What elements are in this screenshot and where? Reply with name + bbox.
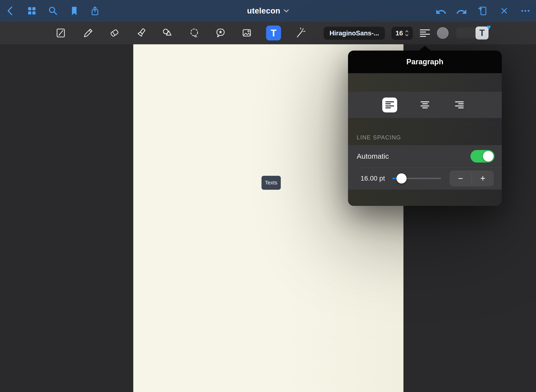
share-icon [89,5,101,17]
popover-bottom-strip [348,189,502,206]
chevron-left-icon [4,5,16,17]
align-left-option-selected[interactable] [382,92,397,118]
document-title: utelecon [247,6,280,15]
line-spacing-section-header: LINE SPACING [348,118,502,145]
undo-button[interactable] [434,4,448,18]
paragraph-format-button[interactable] [417,25,433,41]
ellipsis-icon [520,5,531,17]
align-left-icon [385,101,394,109]
search-button[interactable] [46,4,60,18]
heart-icon: ♥ [487,24,491,31]
more-button[interactable] [519,4,532,18]
line-spacing-label: LINE SPACING [357,134,401,141]
slider-knob[interactable] [396,173,407,183]
laser-pointer-button[interactable] [292,25,308,41]
automatic-toggle[interactable] [470,150,495,163]
font-size-value: 16 [395,29,403,37]
search-icon [47,5,59,17]
tools-toolbar: T HiraginoSans-... 16 [0,22,536,44]
back-button[interactable] [4,4,17,18]
alignment-row [348,92,502,118]
share-button[interactable] [88,4,102,18]
shapes-tool-button[interactable] [160,25,175,41]
popover-upper-strip [348,73,502,92]
text-tool-button-selected[interactable]: T [266,26,281,40]
spacing-row: 16.00 pt − + [348,167,502,189]
bookmark-icon [69,5,80,16]
text-style-glyph: T [479,28,485,38]
align-left-icon [420,29,430,37]
redo-icon [456,5,468,17]
close-icon [499,5,510,16]
spacing-value: 16.00 pt [361,175,385,182]
bookmark-button[interactable] [67,4,81,18]
top-navigation-bar: utelecon [0,0,536,22]
popover-caret [419,46,431,51]
grid-icon [26,5,38,17]
spacing-slider[interactable] [392,167,441,189]
automatic-label: Automatic [357,152,389,160]
font-name-label: HiraginoSans-... [329,30,379,37]
highlight-color-well[interactable] [456,27,476,39]
pen-tool-button[interactable] [80,25,96,41]
close-button[interactable] [497,4,511,18]
page-mode-button[interactable] [53,25,68,41]
automatic-row: Automatic [348,145,502,167]
align-center-option[interactable] [417,92,433,118]
toggle-knob [483,151,494,162]
font-name-button[interactable]: HiraginoSans-... [324,27,385,40]
text-object-label: Texts [265,180,277,186]
shapes-icon [161,26,174,40]
laser-pointer-icon [293,26,307,40]
add-page-icon [477,5,489,17]
lasso-icon [188,26,201,40]
eraser-icon [108,26,121,40]
chevron-up-down-icon [405,29,409,37]
decrease-spacing-button[interactable]: − [449,170,472,186]
highlighter-icon [134,26,148,40]
undo-icon [435,5,447,17]
add-page-button[interactable] [476,4,490,18]
eraser-tool-button[interactable] [107,25,122,41]
spacing-stepper: − + [449,170,494,186]
align-right-option[interactable] [452,92,467,118]
app-window: Texts [0,0,536,392]
minus-icon: − [458,173,463,183]
paragraph-popover: Paragraph [348,51,502,206]
increase-spacing-button[interactable]: + [472,170,494,186]
thumbnails-button[interactable] [25,4,39,18]
pen-icon [81,26,95,40]
redo-button[interactable] [455,4,468,18]
sticker-star-icon [214,26,227,40]
popover-title: Paragraph [406,58,443,66]
text-style-favorite-button[interactable]: T ♥ [476,26,489,39]
chevron-down-icon [284,9,289,13]
document-edit-icon [54,26,67,40]
image-icon [240,26,254,40]
selected-option-badge [382,98,397,112]
popover-body: Paragraph [348,51,502,206]
elements-tool-button[interactable] [213,25,228,41]
lasso-tool-button[interactable] [187,25,202,41]
image-tool-button[interactable] [239,25,255,41]
text-color-well[interactable] [437,27,449,39]
align-right-icon [455,101,464,109]
plus-icon: + [480,173,485,183]
highlighter-tool-button[interactable] [134,25,149,41]
popover-header: Paragraph [348,51,502,73]
text-tool-glyph: T [271,28,276,39]
align-center-icon [421,101,429,109]
font-size-stepper[interactable]: 16 [391,27,413,40]
text-object[interactable]: Texts [261,176,281,190]
